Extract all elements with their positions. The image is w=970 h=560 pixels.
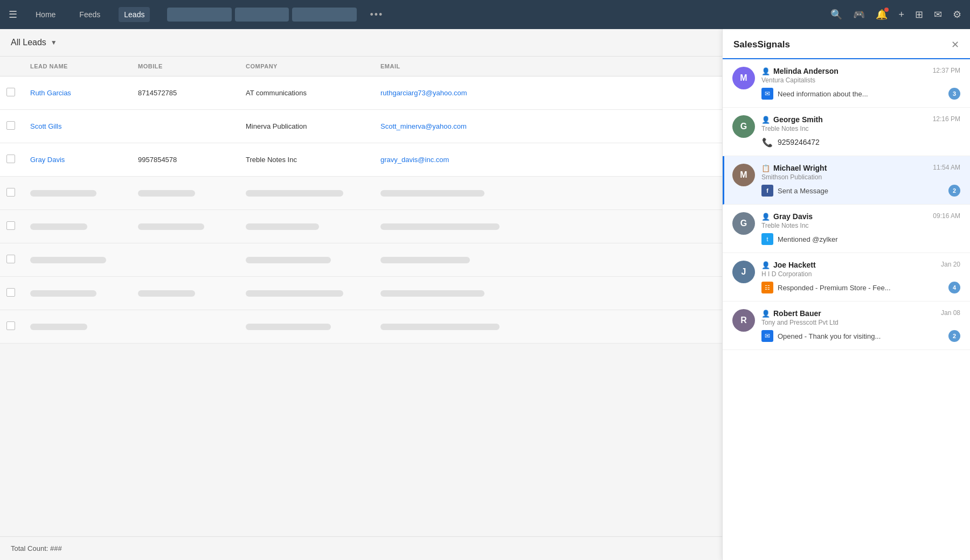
signal-phone-number: 9259246472 bbox=[778, 138, 820, 146]
signal-action-text: Mentioned @zylker bbox=[778, 235, 960, 243]
col-lead-name: LEAD NAME bbox=[24, 63, 131, 69]
signal-action-row: 📞 9259246472 bbox=[761, 136, 960, 148]
avatar-george: G bbox=[732, 115, 755, 138]
signal-company: Ventura Capitalists bbox=[761, 76, 960, 84]
avatar-melinda: M bbox=[732, 67, 755, 89]
placeholder-email bbox=[374, 257, 536, 263]
row3-company: Treble Notes Inc bbox=[239, 156, 374, 164]
row3-checkbox[interactable] bbox=[0, 155, 24, 165]
checkbox[interactable] bbox=[6, 155, 15, 163]
signal-top-row: 👤 George Smith 12:16 PM bbox=[761, 115, 960, 124]
avatar-joe: J bbox=[732, 261, 755, 283]
signal-action-row: ✉ Need information about the... 3 bbox=[761, 88, 960, 100]
settings-icon[interactable]: ⚙ bbox=[953, 9, 961, 20]
col-company: COMPANY bbox=[239, 63, 374, 69]
placeholder-checkbox[interactable] bbox=[0, 288, 24, 298]
checkbox[interactable] bbox=[6, 321, 15, 330]
row2-checkbox[interactable] bbox=[0, 121, 24, 131]
search-icon[interactable]: 🔍 bbox=[830, 9, 842, 20]
placeholder-company bbox=[239, 190, 374, 197]
signal-top-row: 👤 Joe Hackett Jan 20 bbox=[761, 261, 960, 269]
signal-action-row: f Sent a Message 2 bbox=[761, 185, 960, 197]
signal-action-text: Sent a Message bbox=[778, 187, 944, 195]
tab-2[interactable] bbox=[235, 8, 289, 22]
table-row: Ruth Garcias 8714572785 AT communication… bbox=[0, 76, 722, 110]
row2-email[interactable]: Scott_minerva@yahoo.com bbox=[374, 122, 536, 130]
signal-item-joe[interactable]: J 👤 Joe Hackett Jan 20 H I D Corporation… bbox=[723, 253, 970, 302]
phone-icon: 📞 bbox=[761, 136, 773, 148]
placeholder-checkbox[interactable] bbox=[0, 221, 24, 232]
person-icon: 👤 bbox=[761, 213, 770, 221]
placeholder-checkbox[interactable] bbox=[0, 255, 24, 265]
menu-icon[interactable]: ☰ bbox=[9, 9, 17, 20]
row3-email[interactable]: gravy_davis@inc.com bbox=[374, 156, 536, 164]
signal-top-row: 👤 Melinda Anderson 12:37 PM bbox=[761, 67, 960, 75]
signals-title: SalesSignals bbox=[733, 39, 790, 58]
signal-top-row: 👤 Robert Bauer Jan 08 bbox=[761, 309, 960, 318]
nav-feeds[interactable]: Feeds bbox=[74, 7, 106, 22]
row1-lead-name[interactable]: Ruth Garcias bbox=[24, 89, 131, 97]
signal-item-michael[interactable]: M 📋 Michael Wright 11:54 AM Smithson Pub… bbox=[723, 156, 970, 205]
grid-icon[interactable]: ⊞ bbox=[915, 9, 923, 20]
signal-company: Tony and Presscott Pvt Ltd bbox=[761, 319, 960, 326]
signal-company: Treble Notes Inc bbox=[761, 125, 960, 132]
checkbox[interactable] bbox=[6, 288, 15, 297]
more-tabs-icon[interactable]: ••• bbox=[370, 9, 383, 20]
nav-leads[interactable]: Leads bbox=[119, 7, 150, 22]
signal-content-joe: 👤 Joe Hackett Jan 20 H I D Corporation ☷… bbox=[761, 261, 960, 293]
view-dropdown-arrow[interactable]: ▼ bbox=[51, 39, 57, 46]
signal-badge: 3 bbox=[948, 88, 960, 100]
signal-action-row: ☷ Responded - Premium Store - Fee... 4 bbox=[761, 282, 960, 293]
signal-item-george[interactable]: G 👤 George Smith 12:16 PM Treble Notes I… bbox=[723, 108, 970, 156]
table-header-row: LEAD NAME MOBILE COMPANY EMAIL bbox=[0, 57, 722, 76]
avatar-gray-davis: G bbox=[732, 212, 755, 235]
tab-3[interactable] bbox=[292, 8, 357, 22]
signal-item-graydavis[interactable]: G 👤 Gray Davis 09:16 AM Treble Notes Inc… bbox=[723, 205, 970, 253]
signal-name: 👤 George Smith bbox=[761, 115, 823, 124]
note-icon: 📋 bbox=[761, 164, 770, 172]
nav-home[interactable]: Home bbox=[30, 7, 61, 22]
tab-1[interactable] bbox=[167, 8, 232, 22]
row1-checkbox[interactable] bbox=[0, 88, 24, 98]
signal-name: 👤 Joe Hackett bbox=[761, 261, 816, 269]
placeholder-name bbox=[24, 324, 131, 330]
checkbox[interactable] bbox=[6, 221, 15, 230]
signal-item-melinda[interactable]: M 👤 Melinda Anderson 12:37 PM Ventura Ca… bbox=[723, 59, 970, 108]
checkbox[interactable] bbox=[6, 255, 15, 263]
view-label: All Leads bbox=[11, 38, 46, 47]
row3-mobile: 9957854578 bbox=[131, 156, 239, 164]
placeholder-checkbox[interactable] bbox=[0, 321, 24, 332]
checkbox[interactable] bbox=[6, 121, 15, 130]
signal-time: Jan 08 bbox=[941, 309, 960, 317]
email-icon: ✉ bbox=[761, 88, 773, 100]
placeholder-mobile bbox=[131, 190, 239, 197]
signal-content-melinda: 👤 Melinda Anderson 12:37 PM Ventura Capi… bbox=[761, 67, 960, 100]
leads-panel: All Leads ▼ LEAD NAME MOBILE COMPANY EMA… bbox=[0, 29, 722, 560]
signal-action-row: t Mentioned @zylker bbox=[761, 233, 960, 245]
table-row: Scott Gills Minerva Publication Scott_mi… bbox=[0, 110, 722, 143]
signal-content-michael: 📋 Michael Wright 11:54 AM Smithson Publi… bbox=[761, 164, 960, 197]
person-icon: 👤 bbox=[761, 310, 770, 318]
mail-icon: ✉ bbox=[761, 330, 773, 342]
col-extra bbox=[536, 63, 722, 69]
row2-company: Minerva Publication bbox=[239, 122, 374, 130]
placeholder-name bbox=[24, 190, 131, 197]
checkbox[interactable] bbox=[6, 188, 15, 197]
signal-action-text: Responded - Premium Store - Fee... bbox=[778, 284, 944, 292]
row1-email[interactable]: ruthgarciarg73@yahoo.com bbox=[374, 89, 536, 97]
signal-item-robert[interactable]: R 👤 Robert Bauer Jan 08 Tony and Pressco… bbox=[723, 302, 970, 350]
signal-company: Treble Notes Inc bbox=[761, 222, 960, 229]
mail-icon[interactable]: ✉ bbox=[934, 9, 942, 20]
signal-badge: 2 bbox=[948, 185, 960, 197]
signal-name: 📋 Michael Wright bbox=[761, 164, 827, 172]
checkbox[interactable] bbox=[6, 88, 15, 96]
game-icon[interactable]: 🎮 bbox=[853, 9, 865, 20]
add-icon[interactable]: + bbox=[898, 9, 904, 20]
signals-header: SalesSignals ✕ bbox=[723, 29, 970, 59]
bell-icon[interactable]: 🔔 bbox=[876, 9, 888, 20]
close-icon[interactable]: ✕ bbox=[951, 39, 959, 58]
placeholder-checkbox[interactable] bbox=[0, 188, 24, 198]
row3-lead-name[interactable]: Gray Davis bbox=[24, 156, 131, 164]
row2-lead-name[interactable]: Scott Gills bbox=[24, 122, 131, 130]
signal-action-text: Opened - Thank you for visiting... bbox=[778, 332, 944, 340]
